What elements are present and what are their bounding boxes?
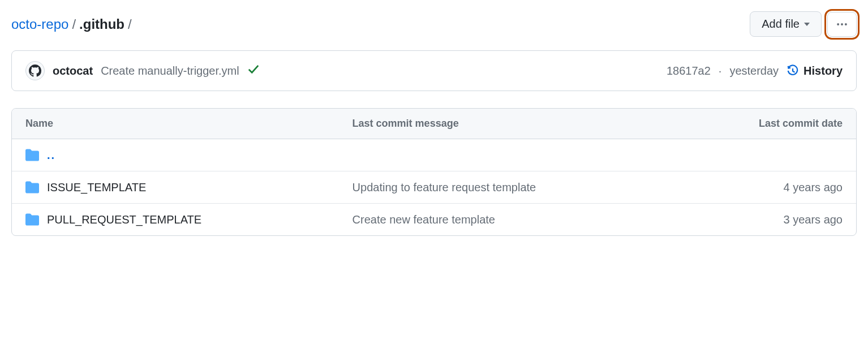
- file-commit-date: 3 years ago: [741, 213, 843, 226]
- table-row[interactable]: ISSUE_TEMPLATE Updating to feature reque…: [12, 171, 856, 204]
- folder-icon: [25, 180, 39, 194]
- header-actions: Add file: [750, 11, 857, 37]
- commit-date: yesterday: [729, 64, 779, 78]
- table-row[interactable]: PULL_REQUEST_TEMPLATE Create new feature…: [12, 204, 856, 235]
- avatar[interactable]: [25, 61, 45, 80]
- parent-directory-link[interactable]: ..: [47, 149, 55, 162]
- header-row: octo-repo / .github / Add file: [11, 11, 857, 37]
- table-row-parent[interactable]: ..: [12, 139, 856, 171]
- breadcrumb-repo-link[interactable]: octo-repo: [11, 16, 68, 32]
- history-label: History: [803, 64, 843, 78]
- breadcrumb: octo-repo / .github /: [11, 16, 132, 32]
- commit-sha[interactable]: 18617a2: [667, 64, 711, 78]
- folder-icon: [25, 213, 39, 226]
- kebab-horizontal-icon: [836, 18, 848, 31]
- commit-author[interactable]: octocat: [53, 64, 93, 78]
- latest-commit-bar: octocat Create manually-trigger.yml 1861…: [11, 50, 857, 91]
- file-table: Name Last commit message Last commit dat…: [11, 108, 857, 236]
- history-link[interactable]: History: [787, 64, 843, 78]
- more-options-button[interactable]: [827, 12, 857, 37]
- file-commit-message[interactable]: Updating to feature request template: [353, 181, 741, 194]
- file-table-header: Name Last commit message Last commit dat…: [12, 109, 856, 139]
- folder-icon: [25, 148, 39, 162]
- add-file-label: Add file: [762, 18, 800, 31]
- add-file-button[interactable]: Add file: [750, 11, 822, 37]
- commit-message[interactable]: Create manually-trigger.yml: [101, 64, 239, 78]
- file-commit-message[interactable]: Create new feature template: [353, 213, 741, 226]
- check-icon[interactable]: [247, 63, 260, 79]
- caret-down-icon: [804, 23, 810, 26]
- column-header-date: Last commit date: [741, 118, 843, 130]
- column-header-name: Name: [25, 118, 353, 130]
- file-commit-date: 4 years ago: [741, 181, 843, 194]
- svg-point-2: [845, 23, 847, 25]
- dot-separator: ·: [719, 64, 722, 78]
- octocat-icon: [29, 64, 41, 77]
- breadcrumb-separator: /: [72, 16, 76, 32]
- svg-point-1: [841, 23, 843, 25]
- file-name-link[interactable]: ISSUE_TEMPLATE: [47, 181, 146, 194]
- svg-point-0: [837, 23, 839, 25]
- breadcrumb-separator: /: [128, 16, 132, 32]
- column-header-message: Last commit message: [353, 118, 741, 130]
- history-icon: [787, 64, 799, 77]
- breadcrumb-current-folder: .github: [79, 16, 124, 32]
- file-name-link[interactable]: PULL_REQUEST_TEMPLATE: [47, 213, 201, 226]
